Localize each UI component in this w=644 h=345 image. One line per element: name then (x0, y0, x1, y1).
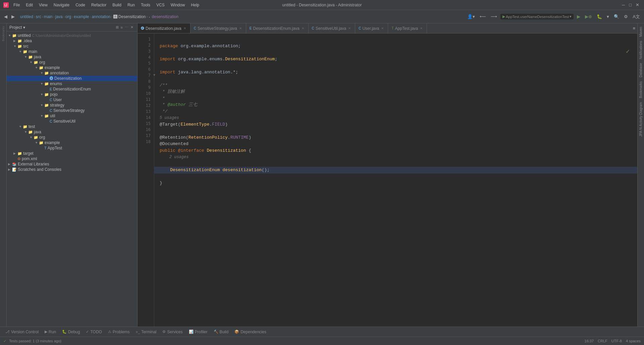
code-content[interactable]: package org.example.annotation; import o… (154, 33, 637, 327)
tree-item-target[interactable]: ▶ 📁 target (7, 151, 137, 156)
tab-user[interactable]: C User.java ✕ (355, 23, 388, 33)
forward-button[interactable]: ▶ (10, 13, 16, 20)
search-everywhere-button[interactable]: 🔍 (612, 13, 621, 20)
tree-item-scratches[interactable]: ▶ 📝 Scratches and Consoles (7, 167, 137, 172)
close-tab-desensitization[interactable]: ✕ (183, 26, 187, 30)
back-button[interactable]: ◀ (3, 13, 9, 20)
bottom-tab-profiler[interactable]: 📊 Profiler (186, 329, 210, 335)
project-hide-button[interactable]: ✕ (129, 25, 135, 30)
tree-item-strategy[interactable]: ▼ 📁 strategy (7, 102, 137, 108)
indent-settings[interactable]: 4 spaces (626, 339, 641, 343)
menu-window[interactable]: Window (168, 2, 188, 8)
tabs-more-button[interactable]: ≡ (631, 26, 637, 31)
tree-item-external-libs[interactable]: ▶ 📚 External Libraries (7, 161, 137, 167)
profile-button[interactable]: 👤▾ (466, 13, 476, 20)
caret-position[interactable]: 16:37 (585, 339, 594, 343)
breadcrumb-member[interactable]: ⬩ desensitization (148, 14, 178, 19)
more-run-options[interactable]: ▾ (605, 13, 610, 20)
tree-item-org[interactable]: ▼ 📁 org (7, 60, 137, 65)
run-button[interactable]: ▶ (576, 13, 582, 20)
tree-item-sensitive-strategy[interactable]: ▶ C SensitiveStrategy (7, 108, 137, 113)
nav-back-btn[interactable]: ⟵ (478, 13, 487, 20)
menu-navigate[interactable]: Navigate (51, 2, 72, 8)
breadcrumb-project[interactable]: untitled (20, 14, 33, 19)
bottom-tab-todo[interactable]: ✓ TODO (83, 329, 104, 335)
breadcrumb-java[interactable]: java (55, 14, 63, 19)
settings-button[interactable]: ⚙ (623, 13, 629, 20)
run-with-coverage-button[interactable]: ▶⊕ (584, 13, 593, 20)
tree-item-pojo[interactable]: ▼ 📁 pojo (7, 92, 137, 97)
menu-run[interactable]: Run (125, 2, 138, 8)
close-tab-apptest[interactable]: ✕ (419, 26, 423, 30)
tree-item-annotation[interactable]: ▼ 📁 annotation (7, 70, 137, 76)
encoding[interactable]: UTF-8 (611, 339, 622, 343)
menu-edit[interactable]: Edit (23, 2, 36, 8)
bottom-tab-terminal[interactable]: >_ Terminal (133, 329, 159, 335)
tree-item-apptest[interactable]: ▶ T AppTest (7, 145, 137, 151)
run-config-selector[interactable]: ▶ AppTest.userNameDesensitizationTest ▾ (500, 14, 574, 19)
menu-file[interactable]: File (11, 2, 22, 8)
tree-item-util[interactable]: ▼ 📁 util (7, 113, 137, 119)
tree-item-enums[interactable]: ▼ 📁 enums (7, 81, 137, 86)
close-tab-desensitization-enum[interactable]: ✕ (301, 26, 305, 30)
bookmarks-icon[interactable]: Bookmarks (2, 26, 5, 41)
notifications-panel-toggle[interactable]: Notifications (638, 39, 643, 61)
breadcrumb-main[interactable]: main (44, 14, 53, 19)
menu-view[interactable]: View (36, 2, 50, 8)
breadcrumb-src[interactable]: src (36, 14, 41, 19)
maximize-button[interactable]: □ (628, 2, 633, 8)
tree-item-java-test[interactable]: ▼ 📁 java (7, 129, 137, 135)
tab-sensitive-util[interactable]: C SensitiveUtil.java ✕ (309, 23, 356, 33)
tree-item-pom[interactable]: ▶ ⚙ pom.xml (7, 156, 137, 161)
line-separator[interactable]: CRLF (598, 339, 607, 343)
tree-item-idea[interactable]: ▶ 📁 .idea (7, 38, 137, 44)
menu-tools[interactable]: Tools (138, 2, 153, 8)
bottom-tab-problems[interactable]: ⚠ Problems (105, 329, 132, 335)
debug-button[interactable]: 🐛 (595, 13, 603, 20)
tree-item-org-test[interactable]: ▼ 📁 org (7, 135, 137, 140)
tree-item-src[interactable]: ▼ 📁 src (7, 44, 137, 49)
project-scope-button[interactable]: ⊞ (115, 25, 120, 30)
menu-refactor[interactable]: Refactor (89, 2, 109, 8)
minimize-button[interactable]: ─ (621, 2, 626, 8)
project-collapse-button[interactable]: ≡ (120, 25, 124, 30)
bookmarks-panel-toggle[interactable]: Bookmarks (638, 79, 643, 100)
tree-item-main[interactable]: ▼ 📁 main (7, 49, 137, 54)
menu-build[interactable]: Build (110, 2, 124, 8)
close-button[interactable]: ✕ (634, 2, 641, 8)
tree-item-desensitization[interactable]: ▶ 🅐 Desensitization (7, 76, 137, 81)
close-tab-sensitive-util[interactable]: ✕ (347, 26, 352, 30)
tree-item-test[interactable]: ▼ 📁 test (7, 124, 137, 129)
bottom-tab-run[interactable]: ▶ Run (42, 329, 59, 335)
bottom-tab-build[interactable]: 🔨 Build (211, 329, 231, 335)
bottom-tab-version-control[interactable]: ⎇ Version Control (3, 329, 41, 335)
translate-button[interactable]: A文 (631, 13, 641, 20)
maven-panel-toggle[interactable]: Maven (638, 25, 643, 39)
close-tab-sensitive-strategy[interactable]: ✕ (238, 26, 243, 30)
jpa-panel-toggle[interactable]: JPA·N·Activity·Diagram (638, 100, 643, 139)
menu-help[interactable]: Help (188, 2, 202, 8)
breadcrumb-annotation[interactable]: annotation (92, 14, 110, 19)
project-gear-button[interactable]: ⋯ (124, 25, 129, 30)
tab-desensitization-enum[interactable]: E DesensitizationEnum.java ✕ (246, 23, 309, 33)
breadcrumb-class[interactable]: 🅰 Desensitization (113, 14, 146, 19)
bottom-tab-debug[interactable]: 🐛 Debug (59, 329, 83, 335)
tree-item-example-test[interactable]: ▼ 📁 example (7, 140, 137, 145)
tree-item-desensitization-enum[interactable]: ▶ E DesensitizationEnum (7, 86, 137, 92)
tree-item-user[interactable]: ▶ C User (7, 97, 137, 102)
bottom-tab-dependencies[interactable]: 📦 Dependencies (232, 329, 269, 335)
tree-item-sensitive-util[interactable]: ▶ C SensitiveUtil (7, 119, 137, 124)
tab-sensitive-strategy[interactable]: C SensitiveStrategy.java ✕ (191, 23, 246, 33)
bottom-tab-services[interactable]: ⚙ Services (160, 329, 185, 335)
breadcrumb-example[interactable]: example (74, 14, 89, 19)
tree-item-untitled-root[interactable]: ▼ 📁 untitled C:\Users\Administrator\Desk… (7, 33, 137, 38)
menu-vcs[interactable]: VCS (154, 2, 167, 8)
tab-desensitization[interactable]: 🅐 Desensitization.java ✕ (138, 23, 191, 33)
close-tab-user[interactable]: ✕ (380, 26, 384, 30)
breadcrumb-org[interactable]: org (65, 14, 71, 19)
code-editor[interactable]: 1 2 3 4 5 6 7 ▼ 8 9 10 11 12 13 14 (138, 33, 637, 327)
tab-apptest[interactable]: T AppTest.java ✕ (388, 23, 427, 33)
nav-forward-btn[interactable]: ⟶ (489, 13, 498, 20)
tree-item-example[interactable]: ▼ 📁 example (7, 65, 137, 70)
menu-code[interactable]: Code (73, 2, 88, 8)
